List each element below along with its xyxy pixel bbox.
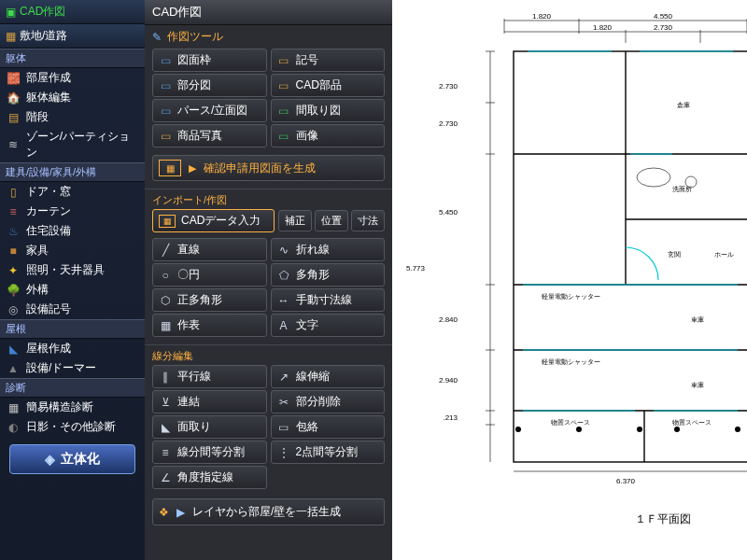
sidebar-header-site[interactable]: ▦ 敷地/道路: [0, 24, 145, 49]
chamfer-icon: ◣: [159, 421, 172, 434]
sidebar-header-cad[interactable]: ▣ CAD作図: [0, 0, 145, 24]
svg-point-43: [515, 427, 521, 432]
tool-regular[interactable]: ⬡正多角形: [152, 288, 267, 312]
generate-permit-button[interactable]: ▦ ▶ 確認申請用図面を生成: [152, 155, 385, 181]
sidebar-item-stairs[interactable]: ▤階段: [0, 107, 145, 127]
tool-label: 2点間等分割: [296, 444, 359, 460]
tool-polyline[interactable]: ∿折れ線: [271, 238, 386, 261]
group-draw-tools: ✎ 作図ツール: [145, 25, 392, 49]
sidebar-item-roof-create[interactable]: ◣屋根作成: [0, 339, 145, 358]
svg-text:5.773: 5.773: [406, 264, 426, 273]
body-edit-icon: 🏠: [6, 91, 21, 105]
sidebar-item-furniture[interactable]: ■家具: [0, 241, 145, 260]
tool-room-plan[interactable]: ▭間取り図: [271, 99, 386, 122]
tool-manual-dim[interactable]: ↔手動寸法線: [271, 288, 386, 312]
sidebar-item-room-create[interactable]: 🧱部屋作成: [0, 68, 145, 88]
sidebar-item-lighting[interactable]: ✦照明・天井器具: [0, 260, 145, 280]
tool-equal-split[interactable]: ≡線分間等分割: [152, 441, 267, 464]
sidebar-section-label: 診断: [0, 378, 145, 398]
svg-text:倉庫: 倉庫: [677, 102, 690, 108]
sidebar-item-struct-check[interactable]: ▦簡易構造診断: [0, 398, 145, 417]
svg-point-46: [674, 427, 680, 432]
sidebar-item-body-edit[interactable]: 🏠躯体編集: [0, 88, 145, 107]
svg-text:玄関: 玄関: [668, 251, 681, 258]
sidebar-item-label: ドア・窓: [26, 184, 71, 200]
import-mini-position[interactable]: 位置: [315, 210, 348, 231]
import-mini-dimension[interactable]: 寸法: [351, 210, 385, 231]
tool-image[interactable]: ▭画像: [271, 124, 386, 147]
sidebar-item-label: 階段: [26, 109, 49, 125]
arrow-right-icon: ▶: [189, 162, 196, 175]
drawing-canvas[interactable]: 1.820 4.550 1.820 2.730 2.730 2.730 5.45…: [392, 0, 747, 560]
tool-extend[interactable]: ↗線伸縮: [271, 365, 386, 388]
panel-title: CAD作図: [145, 0, 392, 25]
segment-edit-label: 線分編集: [145, 344, 392, 365]
svg-text:ホール: ホール: [714, 251, 734, 258]
angle-line-icon: ∠: [159, 471, 172, 484]
tool-perspective[interactable]: ▭パース/立面図: [152, 99, 267, 122]
tool-label: CAD部品: [296, 77, 342, 93]
parallel-icon: ∥: [159, 371, 172, 384]
svg-text:2.730: 2.730: [439, 82, 458, 91]
tool-photo[interactable]: ▭商品写真: [152, 124, 267, 147]
tool-frame[interactable]: ▭図面枠: [152, 49, 267, 72]
envelope-icon: ▭: [277, 421, 290, 434]
roof-create-icon: ◣: [6, 342, 21, 357]
sidebar-item-house-equip[interactable]: ♨住宅設備: [0, 221, 145, 241]
arrow-right-icon: ▶: [176, 506, 185, 519]
tool-symbol[interactable]: ▭記号: [271, 49, 386, 72]
sidebar-item-shadow-check[interactable]: ◐日影・その他診断: [0, 417, 145, 437]
svg-text:5.450: 5.450: [439, 208, 458, 217]
tool-table[interactable]: ▦作表: [152, 314, 267, 337]
svg-rect-26: [514, 51, 747, 462]
tool-label: 商品写真: [177, 128, 222, 144]
tool-angle-line[interactable]: ∠角度指定線: [152, 466, 267, 489]
tool-line[interactable]: ╱直線: [152, 238, 267, 261]
sidebar-item-label: カーテン: [26, 203, 71, 219]
sidebar-item-label: ゾーン/パーティション: [26, 129, 139, 161]
layer-bulk-label: レイヤから部屋/壁を一括生成: [192, 504, 341, 520]
tool-partial[interactable]: ▭部分図: [152, 74, 267, 97]
sidebar-item-door-window[interactable]: ▯ドア・窓: [0, 182, 145, 202]
sidebar-section-label: 建具/設備/家具/外構: [0, 162, 145, 182]
perspective-icon: ▭: [159, 105, 172, 118]
tool-label: 直線: [177, 242, 200, 258]
tool-envelope[interactable]: ▭包絡: [271, 415, 386, 439]
tool-parallel[interactable]: ∥平行線: [152, 365, 267, 388]
sidebar-item-equip-symbol[interactable]: ◎設備記号: [0, 300, 145, 319]
room-plan-icon: ▭: [277, 105, 290, 118]
sidebar-item-exterior[interactable]: 🌳外構: [0, 280, 145, 300]
tool-polygon[interactable]: ⬠多角形: [271, 263, 386, 287]
group-draw-tools-label: 作図ツール: [167, 29, 223, 45]
sidebar-item-curtain[interactable]: ≡カーテン: [0, 202, 145, 221]
circle-icon: ○: [159, 269, 172, 282]
generate-permit-label: 確認申請用図面を生成: [204, 161, 316, 176]
sidebar-header-cad-label: CAD作図: [20, 4, 65, 20]
cad-data-input-button[interactable]: ▦ CADデータ入力: [152, 209, 275, 232]
tool-label: 手動寸法線: [296, 292, 352, 308]
sidebar-item-dormer[interactable]: ▲設備/ドーマー: [0, 358, 145, 378]
tool-panel: CAD作図 ✎ 作図ツール ▭図面枠▭記号▭部分図▭CAD部品▭パース/立面図▭…: [145, 0, 392, 560]
tool-text[interactable]: A文字: [271, 314, 386, 337]
manual-dim-icon: ↔: [277, 294, 290, 307]
tool-label: 多角形: [296, 267, 330, 283]
tool-two-pt-split[interactable]: ⋮2点間等分割: [271, 441, 386, 464]
text-icon: A: [277, 319, 290, 332]
sidebar-item-label: 住宅設備: [26, 223, 71, 239]
tool-partial-del[interactable]: ✂部分削除: [271, 390, 386, 413]
tool-chamfer[interactable]: ◣面取り: [152, 415, 267, 439]
tool-join[interactable]: ⊻連結: [152, 390, 267, 413]
join-icon: ⊻: [159, 396, 172, 409]
tool-cad-parts[interactable]: ▭CAD部品: [271, 74, 386, 97]
layer-bulk-button[interactable]: ❖ ▶ レイヤから部屋/壁を一括生成: [152, 498, 385, 525]
dormer-icon: ▲: [6, 361, 21, 376]
sidebar-item-zone[interactable]: ≋ゾーン/パーティション: [0, 127, 145, 162]
draw-tool-icon: ✎: [152, 31, 162, 44]
tool-label: 図面枠: [177, 52, 211, 68]
tool-circle[interactable]: ○〇円: [152, 263, 267, 287]
svg-text:洗面所: 洗面所: [672, 186, 692, 192]
svg-text:物置スペース: 物置スペース: [672, 419, 712, 426]
furniture-icon: ■: [6, 244, 21, 259]
import-mini-correction[interactable]: 補正: [278, 210, 312, 231]
make-3d-button[interactable]: ◈ 立体化: [9, 444, 135, 474]
